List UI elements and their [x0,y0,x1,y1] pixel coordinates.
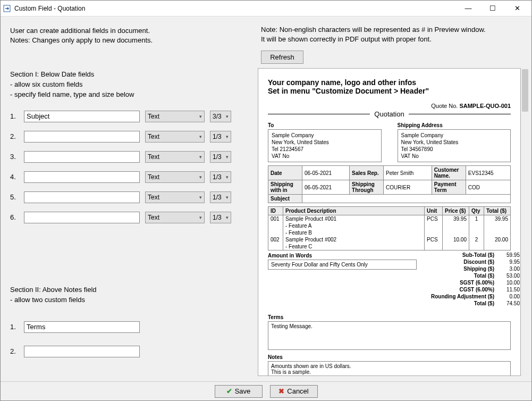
doc-title-row: Quotation [268,110,511,118]
terms-box: Testing Message. [268,321,511,350]
section1-header: Section I: Below Date fields - allow six… [10,70,244,100]
preview-pane: Your company name, logo and other infos … [258,68,521,376]
totals-row: CGST (6.00%)11.50 [417,286,521,293]
chevron-down-icon: ▾ [226,134,229,139]
instructions: User can create additional fields in doc… [10,26,244,45]
notes-label: Notes [268,354,511,360]
refresh-button[interactable]: Refresh [261,51,303,64]
col-price: Price ($) [443,207,469,215]
section1-note2: - specify field name, type and size belo… [10,90,244,100]
chevron-down-icon: ▾ [199,174,202,180]
scrollbar[interactable] [521,68,529,376]
field-number: 1. [10,112,19,120]
field-type-select[interactable]: Text▾ [145,191,205,203]
field2-row: 1. [10,321,244,333]
field-size-select[interactable]: 3/3▾ [210,111,231,122]
close-button[interactable]: ✕ [505,1,529,16]
section2-header: Section II: Above Notes field - allow tw… [10,285,244,305]
note-line-2: It will be shown correctly in PDF output… [261,35,529,44]
field-row: 2.Text▾1/3▾ [10,131,244,143]
date-value: 06-05-2021 [302,166,350,180]
table-row: 001Sample Product #001PCS39.95139.95 [268,215,511,223]
cancel-button[interactable]: ✖ Cancel [270,385,318,398]
totals-row: SGST (6.00%)10.00 [417,279,521,286]
field-size-select[interactable]: 1/3▾ [210,212,231,223]
chevron-down-icon: ▾ [199,195,202,200]
items-table: ID Product Description Unit Price ($) Qt… [268,206,511,250]
chevron-down-icon: ▾ [226,114,229,119]
field-size-select[interactable]: 1/3▾ [210,131,231,143]
doc-title: Quotation [370,110,408,118]
col-desc: Product Description [283,207,425,215]
field-name-input[interactable] [24,111,140,122]
quote-number: Quote No. SAMPLE-QUO-001 [268,103,511,109]
subject-value [302,195,511,203]
field-type-select[interactable]: Text▾ [145,171,205,183]
app-icon [3,4,11,13]
field-number: 4. [10,173,19,181]
section2-note1: - allow two custom fields [10,295,244,305]
salesrep-value: Peter Smith [384,166,432,180]
field-name-input[interactable] [24,191,140,203]
field-row: 3.Text▾1/3▾ [10,151,244,163]
note-line-1: Note: Non-english characters will be rep… [261,25,529,35]
instr-line-2: Notes: Changes only apply to new documen… [10,36,244,45]
field-number: 2. [10,347,19,355]
field-size-select[interactable]: 1/3▾ [210,191,231,203]
customer-value: EVS12345 [466,166,510,180]
field-type-select[interactable]: Text▾ [145,151,205,163]
table-row: - Feature C [268,243,511,250]
field-size-select[interactable]: 1/3▾ [210,171,231,183]
totals: Sub-Total ($)59.95Discount ($)9.95Shippi… [417,252,521,307]
field-row: 4.Text▾1/3▾ [10,171,244,183]
field2-name-input[interactable] [24,346,140,357]
chevron-down-icon: ▾ [226,154,229,160]
shipthrough-label: Shipping Through [350,180,384,195]
amount-in-words: Seventy Four Dollar and Fifty Cents Only [268,260,417,270]
payterm-label: Payment Term [432,180,466,195]
totals-row: Sub-Total ($)59.95 [417,252,521,258]
totals-row: Rounding Adjustment ($)0.00 [417,293,521,300]
scrollbar-thumb[interactable] [522,69,528,112]
field-size-select[interactable]: 1/3▾ [210,151,231,163]
customer-label: Customer Name. [432,166,466,180]
field-name-input[interactable] [24,171,140,183]
quote-no-label: Quote No. [431,103,458,109]
payterm-value: COD [466,180,510,195]
chevron-down-icon: ▾ [226,215,229,220]
meta-table: Date 06-05-2021 Sales Rep. Peter Smith C… [268,165,511,203]
preview-header-2: Set in menu "Customize Document > Header… [268,87,511,95]
field-name-input[interactable] [24,212,140,223]
terms-label: Terms [268,314,511,320]
preview-note: Note: Non-english characters will be rep… [258,25,529,44]
field-name-input[interactable] [24,151,140,163]
save-label: Save [235,387,251,395]
x-icon: ✖ [278,387,284,395]
save-button[interactable]: ✔ Save [215,385,263,398]
field-row: 5.Text▾1/3▾ [10,191,244,203]
field2-name-input[interactable] [24,321,140,333]
chevron-down-icon: ▾ [199,134,202,139]
field-type-select[interactable]: Text▾ [145,131,205,143]
window-title: Custom Field - Quotation [14,5,456,12]
maximize-button[interactable]: ☐ [480,1,505,16]
cancel-label: Cancel [287,387,308,395]
shipwithin-label: Shipping with in [268,180,302,195]
footer: ✔ Save ✖ Cancel [1,381,531,400]
totals-row: Total ($)53.00 [417,272,521,279]
shipwithin-value: 06-05-2021 [302,180,350,195]
titlebar: Custom Field - Quotation — ☐ ✕ [1,1,531,16]
section1-note1: - allow six custom fields [10,80,244,90]
field-number: 6. [10,213,19,221]
subject-label: Subject [268,195,302,203]
table-row: - Feature B [268,229,511,236]
field-row: 6.Text▾1/3▾ [10,212,244,223]
field-name-input[interactable] [24,131,140,143]
totals-row: Shipping ($)3.00 [417,265,521,272]
field-type-select[interactable]: Text▾ [145,111,205,122]
minimize-button[interactable]: — [456,1,480,16]
field-type-select[interactable]: Text▾ [145,212,205,223]
notes-box: Amounts shown are in US dollars.This is … [268,361,511,376]
section2-title: Section II: Above Notes field [10,285,244,295]
shipping-address: Sample CompanyNew York, United StatesTel… [398,129,511,162]
